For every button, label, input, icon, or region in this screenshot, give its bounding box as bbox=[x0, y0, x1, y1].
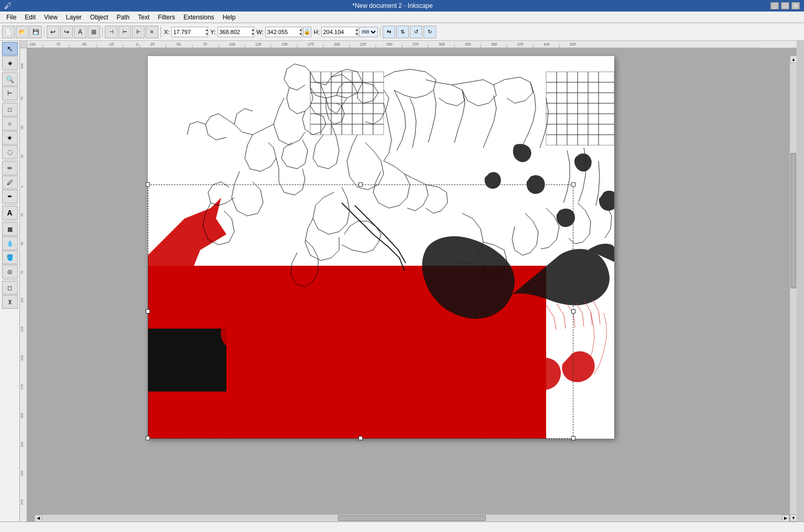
dropper-tool[interactable]: 💧 bbox=[2, 236, 18, 250]
menu-text[interactable]: Text bbox=[134, 13, 154, 22]
scroll-down-btn[interactable]: ▼ bbox=[790, 514, 797, 522]
ruler-top-svg: -100 -75 -50 -25 0 25 50 75 100 bbox=[27, 41, 797, 48]
menu-help[interactable]: Help bbox=[219, 13, 240, 22]
y-input[interactable] bbox=[218, 27, 254, 37]
undo-btn[interactable]: ↩ bbox=[47, 26, 59, 38]
handle-tr[interactable] bbox=[571, 182, 575, 187]
text-tool[interactable]: A bbox=[2, 206, 18, 220]
y-down[interactable]: ▼ bbox=[251, 32, 254, 36]
paint-tool[interactable]: 🪣 bbox=[2, 251, 18, 264]
svg-text:175: 175 bbox=[20, 384, 24, 389]
h-label: H: bbox=[312, 29, 320, 35]
flip-h-btn[interactable]: ⇆ bbox=[383, 26, 395, 38]
svg-text:250: 250 bbox=[20, 470, 24, 476]
zoom-tool[interactable]: 🔍 bbox=[2, 72, 18, 86]
zoom-selection-btn[interactable]: ⊞ bbox=[88, 26, 100, 38]
pen-tool[interactable]: 🖊 bbox=[2, 176, 18, 189]
tb-sep-3 bbox=[160, 27, 161, 37]
x-input[interactable] bbox=[171, 27, 208, 37]
h-up[interactable]: ▲ bbox=[355, 28, 358, 32]
ruler-corner bbox=[20, 41, 27, 48]
spiral-tool[interactable]: ◌ bbox=[2, 145, 18, 159]
gradient-tool[interactable]: ▦ bbox=[2, 222, 18, 236]
w-up[interactable]: ▲ bbox=[299, 28, 302, 32]
menu-object[interactable]: Object bbox=[86, 13, 113, 22]
horizontal-scrollbar[interactable]: ◀ ▶ bbox=[35, 514, 789, 522]
handle-bc[interactable] bbox=[358, 436, 363, 440]
handle-bl[interactable] bbox=[146, 436, 150, 440]
menu-path[interactable]: Path bbox=[113, 13, 134, 22]
svg-text:350: 350 bbox=[491, 42, 497, 46]
menu-file[interactable]: File bbox=[2, 13, 20, 22]
menu-layer[interactable]: Layer bbox=[62, 13, 86, 22]
menubar: File Edit View Layer Object Path Text Fi… bbox=[0, 12, 804, 23]
svg-text:250: 250 bbox=[386, 42, 393, 46]
hscroll-thumb[interactable] bbox=[338, 515, 486, 521]
svg-text:150: 150 bbox=[20, 355, 24, 361]
w-input[interactable] bbox=[265, 27, 302, 37]
menu-filters[interactable]: Filters bbox=[154, 13, 179, 22]
maximize-button[interactable]: □ bbox=[781, 2, 789, 9]
svg-text:125: 125 bbox=[20, 326, 24, 332]
flip-v-btn[interactable]: ⇅ bbox=[396, 26, 409, 38]
rotate-cw-btn[interactable]: ↻ bbox=[423, 26, 436, 38]
eraser-tool[interactable]: ◻ bbox=[2, 281, 18, 295]
window-title: *New document 2 - Inkscape bbox=[15, 2, 770, 9]
align-right-btn[interactable]: ⊩ bbox=[132, 26, 145, 38]
w-label: W: bbox=[255, 29, 264, 35]
w-down[interactable]: ▼ bbox=[299, 32, 302, 36]
menu-extensions[interactable]: Extensions bbox=[179, 13, 219, 22]
x-up[interactable]: ▲ bbox=[205, 28, 208, 32]
select-tool[interactable]: ↖ bbox=[2, 42, 18, 56]
svg-text:-50: -50 bbox=[20, 125, 24, 130]
menu-edit[interactable]: Edit bbox=[20, 13, 40, 22]
open-btn[interactable]: 📂 bbox=[16, 26, 28, 38]
align-justify-btn[interactable]: ≡ bbox=[146, 26, 158, 38]
ellipse-tool[interactable]: ○ bbox=[2, 117, 18, 131]
svg-text:375: 375 bbox=[517, 42, 524, 46]
zoom-fit-btn[interactable]: A bbox=[74, 26, 86, 38]
handle-tl[interactable] bbox=[146, 182, 150, 187]
save-btn[interactable]: 💾 bbox=[29, 26, 42, 38]
unit-selector[interactable]: mm px in cm pt bbox=[359, 27, 378, 37]
svg-text:300: 300 bbox=[439, 42, 445, 46]
handle-ml[interactable] bbox=[146, 309, 150, 313]
x-down[interactable]: ▼ bbox=[205, 32, 208, 36]
svg-text:-75: -75 bbox=[20, 96, 24, 101]
new-btn[interactable]: 📄 bbox=[2, 26, 15, 38]
align-left-btn[interactable]: ⊣ bbox=[105, 26, 117, 38]
connector-tool[interactable]: ⊻ bbox=[2, 295, 18, 309]
lock-ratio-btn[interactable]: 🔒 bbox=[303, 27, 311, 37]
vertical-scrollbar[interactable]: ▲ ▼ bbox=[789, 56, 797, 522]
scroll-up-btn[interactable]: ▲ bbox=[790, 56, 797, 63]
align-center-btn[interactable]: ⊢ bbox=[118, 26, 131, 38]
scroll-right-btn[interactable]: ▶ bbox=[782, 515, 789, 522]
y-up[interactable]: ▲ bbox=[251, 28, 254, 32]
close-button[interactable]: ✕ bbox=[791, 2, 800, 9]
scroll-left-btn[interactable]: ◀ bbox=[35, 515, 42, 522]
scroll-track[interactable] bbox=[790, 63, 797, 514]
handle-mr[interactable] bbox=[571, 309, 575, 313]
canvas[interactable]: ▲ ▼ ◀ ▶ bbox=[27, 48, 797, 522]
calligraphy-tool[interactable]: ✒ bbox=[2, 190, 18, 203]
measure-tool[interactable]: ⊢ bbox=[2, 86, 18, 100]
minimize-button[interactable]: _ bbox=[770, 2, 779, 9]
rotate-ccw-btn[interactable]: ↺ bbox=[410, 26, 422, 38]
svg-text:275: 275 bbox=[20, 499, 24, 505]
redo-btn[interactable]: ↪ bbox=[60, 26, 73, 38]
scroll-thumb[interactable] bbox=[790, 153, 796, 288]
menu-view[interactable]: View bbox=[40, 13, 62, 22]
canvas-container[interactable]: -100 -75 -50 -25 0 25 50 75 100 bbox=[20, 41, 804, 522]
pencil-tool[interactable]: ✏ bbox=[2, 161, 18, 175]
h-down[interactable]: ▼ bbox=[355, 32, 358, 36]
handle-br[interactable] bbox=[571, 436, 575, 440]
rect-tool[interactable]: □ bbox=[2, 103, 18, 116]
star-tool[interactable]: ★ bbox=[2, 131, 18, 145]
node-tool[interactable]: ◈ bbox=[2, 56, 18, 70]
h-input[interactable] bbox=[321, 27, 358, 37]
svg-text:150: 150 bbox=[281, 42, 288, 46]
svg-text:0: 0 bbox=[136, 42, 138, 46]
handle-tc[interactable] bbox=[358, 182, 363, 187]
spray-tool[interactable]: ◎ bbox=[2, 265, 18, 278]
hscroll-track[interactable] bbox=[42, 515, 782, 522]
